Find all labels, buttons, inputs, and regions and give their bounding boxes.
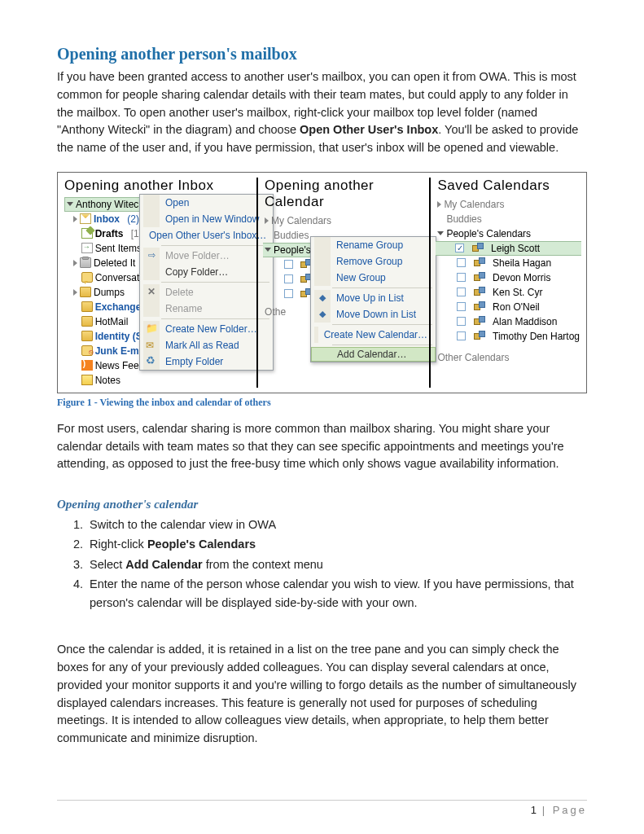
sav-mycal: My Calendars — [444, 199, 504, 210]
menu-rename: Rename — [140, 301, 273, 317]
paragraph-2: For most users, calendar sharing is more… — [57, 420, 587, 473]
folder-icon — [81, 301, 93, 312]
paragraph-3: Once the calendar is added, it is retain… — [57, 641, 587, 748]
folder-icon — [81, 331, 93, 341]
col-opening-calendar: Opening another Calendar My Calendars Bu… — [256, 178, 423, 388]
checkbox[interactable] — [284, 260, 293, 269]
sav-timothy[interactable]: Timothy Den Hartog — [437, 329, 580, 344]
menu-open[interactable]: Open — [140, 195, 273, 211]
chevron-right-icon[interactable] — [265, 217, 269, 224]
step-3: Select Add Calendar from the context men… — [86, 555, 587, 573]
sav-alan[interactable]: Alan Maddison — [437, 314, 580, 329]
checkbox[interactable] — [284, 289, 293, 298]
menu-remove-group[interactable]: Remove Group — [311, 253, 436, 270]
menu-rename-group[interactable]: Rename Group — [311, 237, 436, 253]
chevron-right-icon[interactable] — [437, 201, 441, 208]
separator — [332, 288, 432, 288]
menu-create-calendar[interactable]: Create New Calendar… — [311, 327, 436, 343]
move-icon: ⇨ — [146, 250, 157, 261]
sav-sheila[interactable]: Sheila Hagan — [437, 256, 580, 270]
step-1: Switch to the calendar view in OWA — [86, 516, 587, 533]
checkbox[interactable] — [457, 317, 466, 326]
sav-leigh[interactable]: Leigh Scott — [436, 241, 581, 256]
menu-open-window[interactable]: Open in New Window — [140, 211, 273, 227]
figure-caption: Figure 1 - Viewing the inbox and calenda… — [57, 397, 587, 409]
checkbox[interactable] — [457, 258, 466, 267]
exchange-label: Exchange — [95, 301, 142, 313]
new-folder-icon: 📁 — [146, 323, 157, 334]
conv-label: Conversati — [95, 272, 142, 283]
menu-create-folder[interactable]: 📁Create New Folder… — [140, 321, 273, 337]
sav-leigh-label: Leigh Scott — [491, 243, 540, 254]
sav-ron-label: Ron O'Neil — [493, 301, 540, 313]
intro-inline-bold: Open Other User's Inbox — [300, 123, 438, 136]
menu-add-calendar[interactable]: Add Calendar… — [311, 347, 436, 362]
sav-group-people[interactable]: People's Calendars — [437, 226, 580, 241]
checkbox[interactable] — [457, 288, 466, 296]
figure-1: Opening another Inbox Anthony Witecki In… — [57, 172, 587, 393]
sav-devon[interactable]: Devon Morris — [437, 270, 580, 285]
folder-icon — [81, 316, 93, 327]
inbox-label: Inbox — [94, 213, 120, 225]
menu-empty-folder[interactable]: ♻Empty Folder — [140, 353, 273, 370]
shared-cal-icon — [472, 243, 484, 253]
shared-cal-icon — [474, 331, 485, 341]
mail-icon — [80, 213, 91, 224]
col2-heading: Opening another Calendar — [265, 178, 423, 210]
shared-cal-icon — [474, 301, 485, 312]
chevron-right-icon[interactable] — [73, 260, 77, 266]
shared-cal-icon — [474, 287, 485, 297]
sav-ken[interactable]: Ken St. Cyr — [437, 285, 580, 300]
page-label: | Page — [537, 804, 587, 816]
menu-new-group[interactable]: New Group — [311, 270, 436, 286]
buddies-label: Buddies — [274, 230, 309, 241]
chevron-down-icon[interactable] — [265, 248, 271, 252]
cal-group-my[interactable]: My Calendars — [265, 213, 423, 228]
folder-icon — [80, 287, 91, 297]
menu-move-down[interactable]: ◆Move Down in List — [311, 306, 436, 323]
page-title: Opening another person's mailbox — [57, 45, 587, 64]
sav-other[interactable]: Other Calendars — [437, 350, 580, 365]
sav-group-my[interactable]: My Calendars — [437, 197, 580, 212]
draft-icon — [81, 228, 93, 239]
drafts-label: Drafts — [95, 228, 124, 239]
separator — [332, 324, 432, 325]
checkbox-checked[interactable] — [455, 244, 464, 252]
sav-alan-label: Alan Maddison — [493, 316, 557, 327]
menu-copy-folder[interactable]: Copy Folder… — [140, 264, 273, 280]
checkbox[interactable] — [457, 302, 466, 311]
steps-list: Switch to the calendar view in OWA Right… — [86, 516, 587, 612]
sav-sheila-label: Sheila Hagan — [493, 257, 551, 269]
folder-notes[interactable]: Notes — [64, 373, 250, 388]
root-label: Anthony Witecki — [76, 199, 146, 210]
checkbox[interactable] — [457, 331, 466, 340]
shared-cal-icon — [474, 272, 485, 283]
menu-move-folder: ⇨Move Folder… — [140, 248, 273, 264]
identity-label: Identity (S — [95, 331, 142, 342]
deleted-label: Deleted It — [94, 257, 135, 269]
chevron-down-icon[interactable] — [437, 231, 444, 235]
chevron-down-icon[interactable] — [67, 202, 73, 206]
sav-ron[interactable]: Ron O'Neil — [437, 300, 580, 314]
chevron-right-icon[interactable] — [73, 216, 77, 222]
menu-move-up[interactable]: ◆Move Up in List — [311, 290, 436, 306]
context-menu-calendar: Rename Group Remove Group New Group ◆Mov… — [310, 236, 436, 362]
col-saved-calendars: Saved Calendars My Calendars Buddies Peo… — [429, 178, 580, 388]
mark-read-icon — [146, 340, 157, 350]
junk-icon — [81, 345, 93, 356]
arrow-up-icon: ◆ — [317, 292, 328, 303]
rss-icon — [81, 360, 93, 371]
junk-label: Junk E-ma — [95, 345, 145, 357]
checkbox[interactable] — [284, 274, 293, 283]
sav-item-buddies[interactable]: Buddies — [437, 212, 580, 226]
checkbox[interactable] — [457, 273, 466, 282]
sav-tim-label: Timothy Den Hartog — [493, 331, 580, 342]
menu-mark-read[interactable]: Mark All as Read — [140, 337, 273, 353]
menu-open-other-inbox[interactable]: Open Other User's Inbox… — [140, 227, 273, 244]
trash-icon — [80, 257, 91, 268]
col1-heading: Opening another Inbox — [64, 178, 250, 194]
separator — [332, 345, 432, 345]
sav-devon-label: Devon Morris — [493, 272, 550, 283]
chevron-right-icon[interactable] — [73, 289, 77, 296]
inbox-count: (2) — [127, 213, 139, 225]
